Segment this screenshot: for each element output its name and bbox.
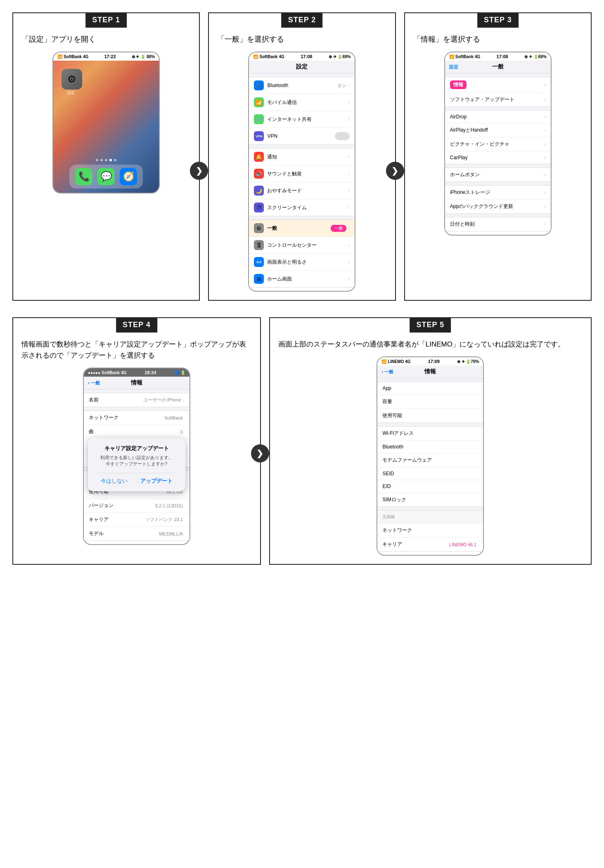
step5-header: STEP 5 <box>410 317 451 333</box>
dot3 <box>105 159 107 161</box>
step3-row-softwareupdate[interactable]: ソフトウェア・アップデート › <box>445 93 551 106</box>
settings-row-mobile[interactable]: 📶 モバイル通信 › <box>249 94 355 111</box>
step4-row-name: 名前 ユーザーの iPhone › <box>84 393 189 407</box>
step1-settings-label: 設定 <box>59 90 83 96</box>
step3-back[interactable]: 設定 <box>449 64 458 70</box>
step5-description: 画面上部のステータスバーの通信事業者名が「LINEMO」になっていれば設定は完了… <box>278 339 583 350</box>
step1-description: 「設定」アプリを開く <box>21 34 191 45</box>
step5-row-bluetooth: Bluetooth <box>377 441 483 453</box>
step5-time: 17:09 <box>428 359 440 364</box>
step3-row-storage[interactable]: iPhoneストレージ › <box>445 186 551 200</box>
step1-settings-icon[interactable]: ⚙ <box>62 69 82 90</box>
step5-row-simlock: SIMロック <box>377 493 483 507</box>
step2-header: STEP 2 <box>282 12 323 28</box>
step4-row-carrier: キャリア ソフトバンク 23.1 <box>84 513 189 527</box>
settings-row-general[interactable]: ⚙ 一般 一般 › <box>249 220 355 237</box>
step4-nav: ‹ 一般 情報 <box>84 377 189 389</box>
settings-row-sounds[interactable]: 🔊 サウンドと触覚 › <box>249 165 355 182</box>
step2-container: STEP 2 「一般」を選択する 📶 SoftBank 4G 17:08 ⊕ ✈… <box>208 12 396 301</box>
step4-row-model: モデル ME338LL/A <box>84 527 189 540</box>
info-highlight-badge: 情報 <box>450 80 467 89</box>
general-highlight: 一般 <box>331 225 346 232</box>
step5-row-eid: EID <box>377 480 483 493</box>
step4-group1: 名前 ユーザーの iPhone › <box>84 393 189 407</box>
step2-group2: 🔔 通知 › 🔊 サウンドと触覚 › 🌙 おやすみモード › <box>249 148 355 216</box>
step3-row-info[interactable]: 情報 › <box>445 77 551 93</box>
popup-update-button[interactable]: アップデート <box>140 477 173 485</box>
step4-screen: ‹ 一般 情報 名前 ユーザーの iPhone › ネットワーク <box>84 377 189 541</box>
step4-container: STEP 4 情報画面で数秒待つと「キャリア設定アップデート」ポップアップが表示… <box>12 317 261 565</box>
step4-header: STEP 4 <box>116 317 157 333</box>
step3-row-carplay[interactable]: CarPlay › <box>445 151 551 164</box>
step3-group5: 日付と時刻 › <box>445 217 551 231</box>
step5-group3: 主回線 ネットワーク キャリア LINEMO 46.1 <box>377 510 483 552</box>
settings-row-screentime[interactable]: ⏱ スクリーンタイム › <box>249 199 355 216</box>
settings-row-vpn[interactable]: VPN VPN <box>249 128 355 144</box>
step3-iphone: 📶 SoftBank 4G 17:08 ⊕ ✈ 🔋69% 設定 一般 情報 <box>444 52 552 236</box>
settings-row-homescreen[interactable]: ⊞ ホーム画面 › <box>249 271 355 287</box>
settings-row-display[interactable]: AA 画面表示と明るさ › <box>249 254 355 271</box>
step2-group1: 🔵 Bluetooth オン › 📶 モバイル通信 › 🔗 インタ <box>249 77 355 145</box>
step2-status-bar: 📶 SoftBank 4G 17:08 ⊕ ✈ 🔋69% <box>249 52 355 61</box>
step5-screen: ‹ 一般 情報 App 容量 使用可能 <box>377 366 483 552</box>
step4-row-songs: 曲 0 <box>84 425 189 439</box>
step5-row-modemfw: モデムファームウェア <box>377 453 483 467</box>
step3-row-airdrop[interactable]: AirDrop › <box>445 111 551 123</box>
step5-container: STEP 5 画面上部のステータスバーの通信事業者名が「LINEMO」になってい… <box>269 317 592 565</box>
step2-group3: ⚙ 一般 一般 › 🎛 コントロールセンター › AA 画面表示と明る <box>249 219 355 288</box>
step3-status-bar: 📶 SoftBank 4G 17:08 ⊕ ✈ 🔋69% <box>445 52 551 61</box>
arrow-1-2: ❯ <box>190 162 208 180</box>
step5-back[interactable]: ‹ 一般 <box>381 369 393 375</box>
step1-time: 17:22 <box>104 54 116 59</box>
step3-screen: 設定 一般 情報 › ソフトウェア・アップデート › <box>445 61 551 231</box>
vpn-toggle[interactable] <box>335 132 350 140</box>
step3-time: 17:08 <box>497 54 508 59</box>
step2-screen-title: 設定 <box>249 61 355 73</box>
step4-description: 情報画面で数秒待つと「キャリア設定アップデート」ポップアップが表示されるので「ア… <box>21 339 252 361</box>
popup-cancel-button[interactable]: 今はしない <box>101 477 128 485</box>
step2-settings-screen: 設定 🔵 Bluetooth オン › 📶 モバイル通信 <box>249 61 355 288</box>
step3-group1: 情報 › ソフトウェア・アップデート › <box>445 77 551 107</box>
step5-row-wifi: Wi-Fiアドレス <box>377 427 483 441</box>
step1-battery: ⊕ ✈ 🔋 80% <box>132 54 155 59</box>
step4-status-bar: ●●●●● SoftBank 4G 18:34 🔵 🔋 <box>84 368 189 377</box>
step5-row-capacity: 容量 <box>377 395 483 409</box>
phone-app-icon[interactable]: 📞 <box>75 168 92 185</box>
safari-app-icon[interactable]: 🧭 <box>120 168 137 185</box>
settings-row-donotdisturb[interactable]: 🌙 おやすみモード › <box>249 182 355 199</box>
step2-carrier: 📶 SoftBank 4G <box>253 54 284 59</box>
step5-row-app: App <box>377 382 483 395</box>
step2-iphone: 📶 SoftBank 4G 17:08 ⊕ ✈ 🔋69% 設定 🔵 Blueto… <box>248 52 355 292</box>
step3-group4: iPhoneストレージ › Appのバックグラウンド更新 › <box>445 185 551 214</box>
step3-row-pip[interactable]: ピクチャ・イン・ピクチャ › <box>445 137 551 151</box>
step5-nav: ‹ 一般 情報 <box>377 366 483 378</box>
settings-row-notifications[interactable]: 🔔 通知 › <box>249 149 355 165</box>
step1-container: STEP 1 「設定」アプリを開く 📶SoftBank 4G 17:22 ⊕ ✈… <box>12 12 200 301</box>
step3-row-airplay[interactable]: AirPlayとHandoff › <box>445 123 551 137</box>
step3-row-bgrefresh[interactable]: Appのバックグラウンド更新 › <box>445 200 551 213</box>
popup-title: キャリア設定アップデート <box>95 445 179 452</box>
settings-row-hotspot[interactable]: 🔗 インターネット共有 › <box>249 111 355 128</box>
step5-carrier-value: LINEMO 46.1 <box>449 542 477 547</box>
step4-iphone: ●●●●● SoftBank 4G 18:34 🔵 🔋 ‹ 一般 情報 名前 ユ… <box>83 368 190 545</box>
dot2 <box>100 159 103 161</box>
step3-container: STEP 3 「情報」を選択する 📶 SoftBank 4G 17:08 ⊕ ✈… <box>404 12 592 301</box>
step2-time: 17:08 <box>301 54 312 59</box>
step5-group1: App 容量 使用可能 <box>377 382 483 423</box>
step1-carrier: 📶SoftBank 4G <box>57 54 88 59</box>
settings-row-bluetooth[interactable]: 🔵 Bluetooth オン › <box>249 77 355 94</box>
settings-row-control[interactable]: 🎛 コントロールセンター › <box>249 237 355 254</box>
popup-message: 利用できる新しい設定があります。今すぐアップデートしますか? <box>95 455 179 467</box>
step3-header: STEP 3 <box>477 12 519 28</box>
step4-row-network: ネットワーク SoftBank <box>84 411 189 425</box>
step1-header: STEP 1 <box>85 12 127 28</box>
step5-row-available: 使用可能 <box>377 409 483 422</box>
arrow-2-3: ❯ <box>386 162 404 180</box>
arrow-4-5: ❯ <box>251 444 269 462</box>
popup-buttons: 今はしない アップデート <box>95 473 179 485</box>
step3-row-homebutton[interactable]: ホームボタン › <box>445 168 551 182</box>
step3-row-datetime[interactable]: 日付と時刻 › <box>445 217 551 231</box>
step4-back[interactable]: ‹ 一般 <box>88 380 100 386</box>
step3-group2: AirDrop › AirPlayとHandoff › ピクチャ・イン・ピクチャ… <box>445 110 551 164</box>
messages-app-icon[interactable]: 💬 <box>97 168 115 185</box>
